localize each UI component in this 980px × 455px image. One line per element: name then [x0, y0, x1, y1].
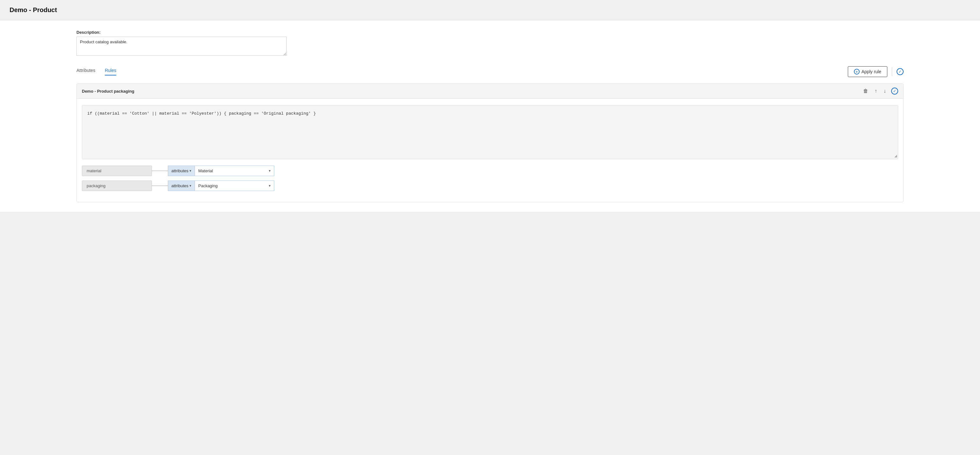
chevron-down-icon-material-type: ▾	[189, 169, 191, 173]
rule-card-body: if ((material == 'Cotton' || material ==…	[77, 99, 903, 202]
rule-card-title: Demo - Product packaging	[82, 89, 134, 94]
value-select-material[interactable]: Material ▾	[195, 165, 274, 176]
variable-row-packaging: packaging attributes ▾ Packaging ▾	[82, 181, 898, 191]
tabs-left: Attributes Rules	[76, 68, 116, 75]
resize-handle-icon: ◢	[894, 154, 897, 158]
circle-check-icon[interactable]: ✓	[897, 68, 904, 75]
delete-rule-button[interactable]: 🗑	[862, 88, 869, 95]
tab-rules[interactable]: Rules	[105, 68, 116, 75]
rule-editor[interactable]: if ((material == 'Cotton' || material ==…	[82, 105, 898, 159]
tabs-row: Attributes Rules + Apply rule ✓	[76, 66, 904, 77]
chevron-down-icon-packaging-type: ▾	[189, 184, 191, 188]
rule-code: if ((material == 'Cotton' || material ==…	[87, 111, 316, 116]
rule-card-header-actions: 🗑 ↑ ↓ ✓	[862, 88, 898, 95]
chevron-down-icon-material-value: ▾	[269, 169, 271, 173]
page-title: Demo - Product	[10, 6, 57, 13]
trash-icon: 🗑	[863, 88, 868, 94]
apply-rule-label: Apply rule	[862, 69, 881, 74]
variable-type-select-packaging: attributes ▾ Packaging ▾	[168, 181, 274, 191]
variable-name-material: material	[82, 165, 152, 176]
arrow-up-icon: ↑	[875, 88, 877, 94]
connector-packaging	[152, 186, 168, 186]
chevron-down-icon-packaging-value: ▾	[269, 184, 271, 188]
vertical-divider	[892, 67, 892, 76]
page-content: Description: Product catalog available. …	[0, 21, 980, 212]
variable-type-select-material: attributes ▾ Material ▾	[168, 165, 274, 176]
value-select-packaging[interactable]: Packaging ▾	[195, 181, 274, 191]
arrow-down-icon: ↓	[883, 88, 886, 94]
move-down-button[interactable]: ↓	[882, 88, 887, 95]
rule-check-icon[interactable]: ✓	[891, 88, 898, 95]
type-select-material[interactable]: attributes ▾	[168, 165, 195, 176]
rule-card-header: Demo - Product packaging 🗑 ↑ ↓ ✓	[77, 84, 903, 99]
description-textarea[interactable]: Product catalog available.	[76, 37, 286, 56]
rule-card: Demo - Product packaging 🗑 ↑ ↓ ✓ i	[76, 83, 904, 202]
page-header: Demo - Product	[0, 0, 980, 21]
move-up-button[interactable]: ↑	[873, 88, 878, 95]
circle-plus-icon: +	[854, 69, 860, 75]
tab-attributes[interactable]: Attributes	[76, 68, 95, 75]
tabs-right: + Apply rule ✓	[848, 66, 904, 77]
description-section: Description: Product catalog available.	[76, 30, 904, 57]
variable-row-material: material attributes ▾ Material ▾	[82, 165, 898, 176]
description-label: Description:	[76, 30, 904, 35]
variable-name-packaging: packaging	[82, 181, 152, 191]
type-select-packaging[interactable]: attributes ▾	[168, 181, 195, 191]
apply-rule-button[interactable]: + Apply rule	[848, 66, 887, 77]
